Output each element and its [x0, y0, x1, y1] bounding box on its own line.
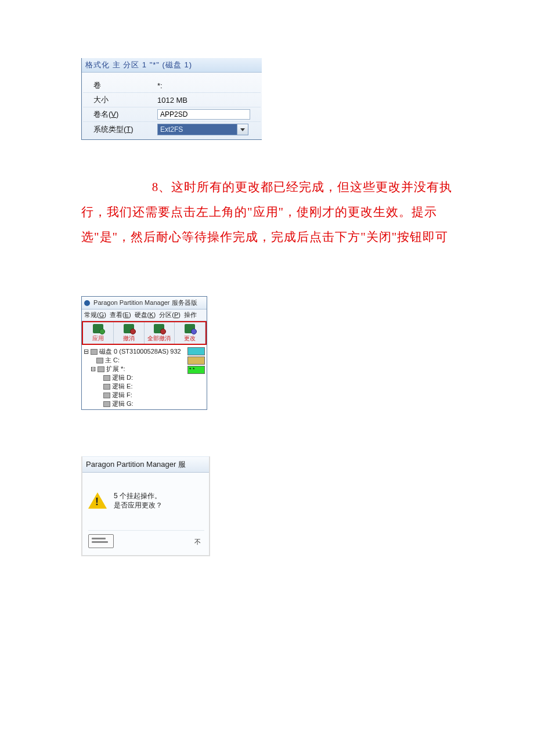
format-dialog-body: 卷 *: 大小 1012 MB 卷名(V) 系统	[82, 73, 262, 139]
tree-extended[interactable]: ⊟ 扩展 *:	[84, 365, 187, 373]
modify-icon	[185, 324, 195, 333]
partition-bars	[187, 347, 205, 408]
menu-operation[interactable]: 操作	[184, 311, 197, 319]
drive-icon	[96, 358, 103, 363]
menu-view[interactable]: 查看(E)	[110, 311, 131, 319]
app-titlebar: Paragon Partition Manager 服务器版	[82, 297, 207, 309]
confirm-message: 5 个挂起操作。 是否应用更改？	[114, 491, 163, 510]
apply-icon	[93, 324, 103, 333]
drive-icon	[103, 401, 110, 407]
volname-label: 卷名(V)	[83, 109, 157, 120]
instruction-paragraph: 8、这时所有的更改都已经完成，但这些更改并没有执行，我们还需要点击左上角的"应用…	[81, 175, 453, 250]
app-logo-icon	[84, 300, 90, 306]
confirm-title: Paragon Partition Manager 服	[82, 456, 209, 473]
menu-general[interactable]: 常规(G)	[84, 311, 106, 319]
partition-bar	[187, 347, 205, 355]
drive-icon	[103, 384, 110, 390]
size-label: 大小	[83, 95, 157, 105]
drive-icon	[103, 393, 110, 398]
modify-button[interactable]: 更改	[175, 322, 205, 344]
confirm-dialog: Paragon Partition Manager 服 5 个挂起操作。 是否应…	[81, 456, 210, 556]
app-menubar[interactable]: 常规(G) 查看(E) 硬盘(K) 分区(P) 操作	[82, 309, 207, 321]
disk-icon	[91, 349, 98, 355]
tree-logic-d[interactable]: 逻辑 D:	[84, 373, 187, 382]
tree-logic-g[interactable]: 逻辑 G:	[84, 399, 187, 408]
tree-disk-0[interactable]: ⊟ 磁盘 0 (ST31000528AS) 932	[84, 347, 187, 356]
apply-button[interactable]: 应用	[83, 322, 114, 344]
undo-icon	[124, 324, 134, 333]
drive-icon	[103, 375, 110, 381]
undo-button[interactable]: 撤消	[114, 322, 145, 344]
fs-type-select[interactable]: Ext2FS	[157, 124, 248, 135]
volname-input[interactable]	[157, 109, 250, 120]
volume-label: 卷	[83, 80, 157, 91]
disk-tree: ⊟ 磁盘 0 (ST31000528AS) 932 主 C: ⊟ 扩展 *: 逻…	[82, 345, 207, 409]
tree-logic-e[interactable]: 逻辑 E:	[84, 382, 187, 391]
chevron-down-icon[interactable]	[237, 124, 248, 135]
format-dialog-title: 格式化 主 分区 1 "*" (磁盘 1)	[82, 58, 262, 73]
partition-bar	[187, 357, 205, 365]
dont-show-button[interactable]	[88, 534, 114, 548]
partition-manager-window: Paragon Partition Manager 服务器版 常规(G) 查看(…	[81, 296, 207, 410]
menu-partition[interactable]: 分区(P)	[159, 311, 181, 319]
drive-icon	[98, 366, 104, 372]
tree-main-c[interactable]: 主 C:	[84, 356, 187, 365]
partition-bar	[187, 366, 205, 374]
fs-type-value: Ext2FS	[158, 124, 237, 135]
tree-logic-f[interactable]: 逻辑 F:	[84, 391, 187, 399]
undo-all-icon	[154, 324, 164, 333]
menu-disk[interactable]: 硬盘(K)	[135, 311, 156, 319]
warning-icon	[88, 492, 107, 509]
fs-type-label: 系统类型(T)	[83, 124, 157, 135]
app-toolbar: 应用 撤消 全部撤消 更改	[82, 321, 207, 345]
volume-value: *:	[157, 81, 261, 90]
undo-all-button[interactable]: 全部撤消	[145, 322, 175, 344]
size-value: 1012 MB	[157, 96, 261, 105]
format-dialog: 格式化 主 分区 1 "*" (磁盘 1) 卷 *: 大小 1012 MB 卷名…	[81, 58, 262, 140]
